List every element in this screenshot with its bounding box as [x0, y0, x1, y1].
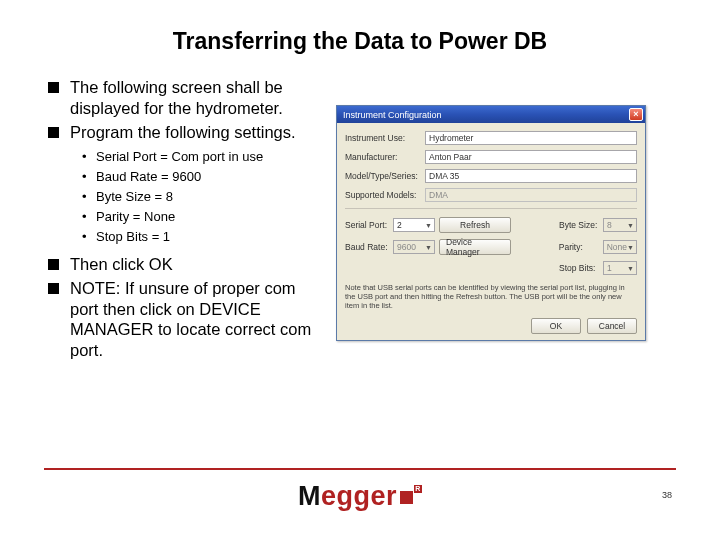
baud-rate-value: 9600 — [397, 242, 416, 252]
slide-body: The following screen shall be displayed … — [48, 77, 672, 365]
field-row: Model/Type/Series: DMA 35 — [345, 169, 637, 183]
stop-bits-select[interactable]: 1 ▼ — [603, 261, 637, 275]
serial-row: Serial Port: 2 ▼ Refresh Byte Size: 8 ▼ — [345, 217, 637, 233]
dialog-button-row: OK Cancel — [345, 318, 637, 334]
logo-part-1: M — [298, 481, 321, 511]
manufacturer-value: Anton Paar — [425, 150, 637, 164]
supported-models-value: DMA — [425, 188, 637, 202]
registered-icon: R — [414, 485, 422, 493]
field-row: Manufacturer: Anton Paar — [345, 150, 637, 164]
model-value: DMA 35 — [425, 169, 637, 183]
dialog-note: Note that USB serial ports can be identi… — [345, 283, 637, 310]
logo-dot-icon — [400, 491, 413, 504]
close-icon[interactable]: × — [629, 108, 643, 121]
serial-port-value: 2 — [397, 220, 402, 230]
logo-part-2: egger — [321, 481, 397, 511]
sub-bullet-item: Stop Bits = 1 — [82, 227, 328, 247]
bullet-list-bottom: Then click OK NOTE: If unsure of proper … — [48, 254, 328, 361]
sub-bullet-item: Baud Rate = 9600 — [82, 167, 328, 187]
dialog-body: Instrument Use: Hydrometer Manufacturer:… — [337, 123, 645, 340]
bullet-list-top: The following screen shall be displayed … — [48, 77, 328, 143]
separator — [345, 208, 637, 209]
megger-logo: MeggerR — [0, 481, 720, 512]
dialog-window: Instrument Configuration × Instrument Us… — [336, 105, 646, 341]
field-row: Instrument Use: Hydrometer — [345, 131, 637, 145]
slide: Transferring the Data to Power DB The fo… — [0, 0, 720, 540]
dialog-titlebar: Instrument Configuration × — [337, 106, 645, 123]
refresh-button[interactable]: Refresh — [439, 217, 511, 233]
byte-size-label: Byte Size: — [559, 220, 599, 230]
bullet-item: Then click OK — [48, 254, 328, 275]
parity-value: None — [607, 242, 627, 252]
device-manager-button[interactable]: Device Manager — [439, 239, 511, 255]
sub-bullet-item: Parity = None — [82, 207, 328, 227]
bullet-item: The following screen shall be displayed … — [48, 77, 328, 118]
byte-size-value: 8 — [607, 220, 612, 230]
page-number: 38 — [662, 490, 672, 500]
chevron-down-icon: ▼ — [425, 244, 432, 251]
chevron-down-icon: ▼ — [425, 222, 432, 229]
manufacturer-label: Manufacturer: — [345, 152, 421, 162]
stop-bits-label: Stop Bits: — [559, 263, 599, 273]
serial-row: Baud Rate: 9600 ▼ Device Manager Parity:… — [345, 239, 637, 255]
cancel-button[interactable]: Cancel — [587, 318, 637, 334]
instrument-use-label: Instrument Use: — [345, 133, 421, 143]
sub-bullet-list: Serial Port = Com port in use Baud Rate … — [48, 147, 328, 248]
byte-size-select[interactable]: 8 ▼ — [603, 218, 637, 232]
baud-rate-select[interactable]: 9600 ▼ — [393, 240, 435, 254]
slide-title: Transferring the Data to Power DB — [48, 28, 672, 55]
serial-port-label: Serial Port: — [345, 220, 389, 230]
sub-bullet-item: Byte Size = 8 — [82, 187, 328, 207]
chevron-down-icon: ▼ — [627, 222, 634, 229]
serial-row: Stop Bits: 1 ▼ — [345, 261, 637, 275]
baud-rate-label: Baud Rate: — [345, 242, 389, 252]
screenshot-column: Instrument Configuration × Instrument Us… — [336, 77, 672, 365]
chevron-down-icon: ▼ — [627, 265, 634, 272]
bullet-item: Program the following settings. — [48, 122, 328, 143]
model-label: Model/Type/Series: — [345, 171, 421, 181]
sub-bullet-item: Serial Port = Com port in use — [82, 147, 328, 167]
supported-models-label: Supported Models: — [345, 190, 421, 200]
stop-bits-value: 1 — [607, 263, 612, 273]
ok-button[interactable]: OK — [531, 318, 581, 334]
field-row: Supported Models: DMA — [345, 188, 637, 202]
serial-port-select[interactable]: 2 ▼ — [393, 218, 435, 232]
dialog-title-text: Instrument Configuration — [343, 110, 442, 120]
instrument-use-value: Hydrometer — [425, 131, 637, 145]
text-column: The following screen shall be displayed … — [48, 77, 328, 365]
parity-label: Parity: — [559, 242, 599, 252]
chevron-down-icon: ▼ — [627, 244, 634, 251]
bullet-item: NOTE: If unsure of proper com port then … — [48, 278, 328, 361]
parity-select[interactable]: None ▼ — [603, 240, 637, 254]
footer-divider — [44, 468, 676, 470]
